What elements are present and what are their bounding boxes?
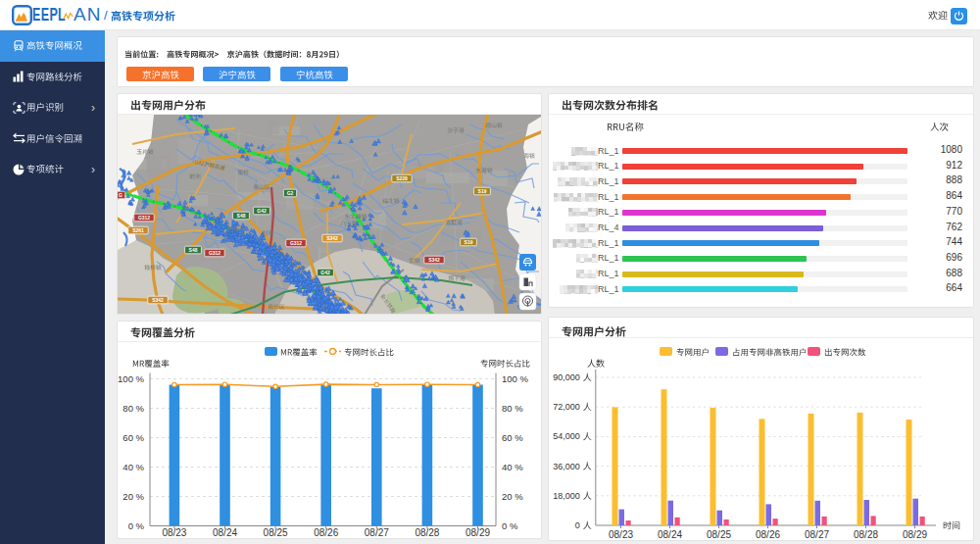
svg-text:08/27: 08/27	[805, 529, 829, 540]
svg-text:G42: G42	[320, 270, 330, 275]
svg-text:G2: G2	[287, 190, 294, 196]
svg-text:S19: S19	[465, 239, 473, 245]
svg-text:72,000: 72,000	[553, 402, 580, 412]
svg-text:G42: G42	[257, 208, 267, 214]
svg-text:80 %: 80 %	[122, 403, 144, 414]
svg-text:S261: S261	[132, 227, 144, 233]
svg-text:S228: S228	[396, 175, 408, 181]
svg-text:08/25: 08/25	[264, 527, 288, 538]
svg-text:S48: S48	[189, 247, 198, 253]
svg-text:20 %: 20 %	[502, 491, 523, 502]
svg-text:100 %: 100 %	[118, 373, 144, 384]
svg-text:G312: G312	[209, 250, 220, 256]
svg-text:54,000: 54,000	[553, 431, 580, 441]
svg-text:100 %: 100 %	[502, 373, 528, 384]
svg-text:08/24: 08/24	[213, 527, 237, 538]
svg-text:08/28: 08/28	[854, 529, 878, 540]
svg-text:S342: S342	[326, 235, 338, 241]
svg-text:08/24: 08/24	[658, 529, 682, 540]
svg-text:08/27: 08/27	[365, 527, 389, 538]
svg-text:40 %: 40 %	[122, 462, 144, 472]
svg-text:08/25: 08/25	[707, 529, 731, 540]
svg-text:G312: G312	[290, 240, 302, 246]
svg-text:S48: S48	[237, 213, 246, 219]
svg-text:08/29: 08/29	[466, 527, 490, 538]
svg-text:08/26: 08/26	[756, 529, 780, 540]
svg-text:90,000: 90,000	[553, 372, 580, 382]
svg-text:G: G	[119, 192, 122, 198]
svg-text:08/29: 08/29	[903, 529, 927, 540]
svg-text:20 %: 20 %	[122, 491, 144, 502]
svg-text:18,000: 18,000	[553, 491, 580, 501]
svg-text:S19: S19	[478, 188, 487, 194]
svg-text:0: 0	[575, 520, 580, 530]
svg-text:G312: G312	[138, 215, 150, 221]
svg-text:40 %: 40 %	[502, 462, 523, 472]
svg-text:36,000: 36,000	[553, 462, 580, 471]
svg-text:S342: S342	[152, 297, 164, 303]
svg-text:08/26: 08/26	[314, 527, 338, 538]
svg-text:60 %: 60 %	[502, 432, 523, 443]
svg-text:0 %: 0 %	[128, 520, 145, 531]
svg-text:60 %: 60 %	[122, 432, 144, 443]
svg-text:08/28: 08/28	[415, 527, 439, 538]
svg-text:08/23: 08/23	[609, 529, 633, 540]
svg-text:80 %: 80 %	[502, 403, 523, 414]
svg-text:08/23: 08/23	[162, 527, 186, 538]
svg-text:0 %: 0 %	[502, 520, 518, 531]
svg-text:S342: S342	[428, 257, 440, 263]
